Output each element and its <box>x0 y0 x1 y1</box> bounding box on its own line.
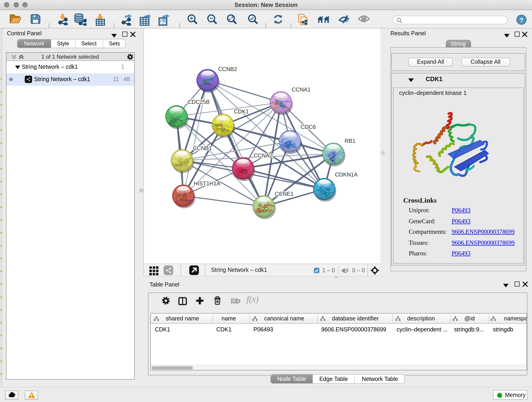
svg-text:RB1: RB1 <box>345 138 355 144</box>
svg-text:CCNE1: CCNE1 <box>275 191 294 197</box>
svg-text:CDC6: CDC6 <box>301 123 316 130</box>
svg-text:HIST1H1A: HIST1H1A <box>194 180 220 186</box>
svg-text:CCNB1: CCNB1 <box>193 145 212 151</box>
svg-text:CDC25B: CDC25B <box>188 99 210 105</box>
svg-text:CCNA1: CCNA1 <box>292 86 311 92</box>
svg-text:CCNB2: CCNB2 <box>218 66 237 72</box>
svg-text:CDKN1A: CDKN1A <box>335 171 358 177</box>
svg-text:CCNA2: CCNA2 <box>254 152 273 158</box>
svg-text:CDK1: CDK1 <box>234 108 249 114</box>
